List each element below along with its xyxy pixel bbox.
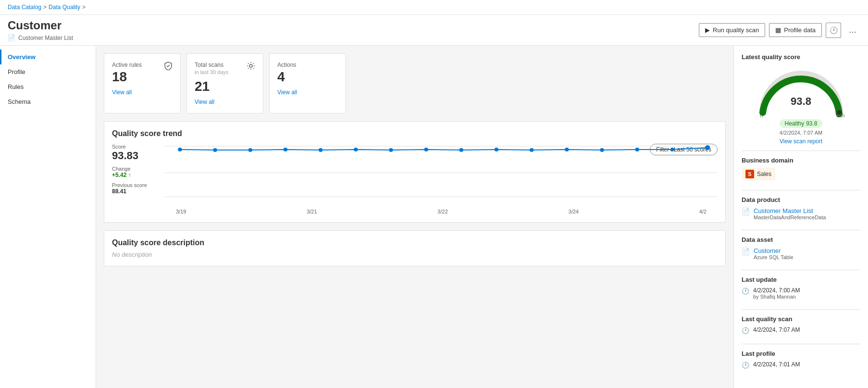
page-title: Customer <box>8 19 73 32</box>
last-scan-section: Last quality scan 🕐 4/2/2024, 7:07 AM <box>742 315 860 334</box>
data-product-title: Data product <box>742 196 860 203</box>
x-label-1: 3/19 <box>176 209 186 214</box>
shield-icon <box>164 62 173 73</box>
last-scan-time: 4/2/2024, 7:07 AM <box>753 326 800 333</box>
divider-1 <box>742 150 860 151</box>
left-nav: Overview Profile Rules Schema <box>0 46 96 388</box>
profile-data-label: Profile data <box>784 26 816 34</box>
history-button[interactable]: 🕐 <box>826 23 841 38</box>
svg-point-22 <box>705 145 710 150</box>
active-rules-link[interactable]: View all <box>112 89 132 96</box>
svg-point-8 <box>213 148 217 152</box>
right-panel: Latest quality score 0 100 93.8 Healt <box>733 46 868 388</box>
total-scans-card: Total scans in last 30 days 21 View all <box>186 53 263 113</box>
svg-point-10 <box>284 148 287 151</box>
prev-label: Previous score <box>112 182 165 188</box>
sidebar-item-rules[interactable]: Rules <box>0 79 96 94</box>
change-value: +5.42 ↑ <box>112 172 165 178</box>
svg-point-18 <box>565 148 569 151</box>
svg-text:0: 0 <box>760 113 763 117</box>
content-area: Active rules 18 View all Total scans in … <box>96 46 733 388</box>
data-asset-name[interactable]: Customer <box>754 247 794 254</box>
gauge-svg-wrapper: 0 100 93.8 <box>753 64 849 117</box>
last-profile-title: Last profile <box>742 350 860 357</box>
actions-title: Actions <box>277 62 338 68</box>
overview-label: Overview <box>8 53 36 61</box>
latest-score-title: Latest quality score <box>742 53 800 61</box>
x-label-3: 3/22 <box>437 209 447 214</box>
asset-icon: 📄 <box>742 248 750 255</box>
svg-point-13 <box>389 148 393 152</box>
gauge-svg: 0 100 <box>753 64 849 117</box>
actions-link[interactable]: View all <box>277 89 297 96</box>
gauge-badge: Healthy 93.8 <box>780 119 822 128</box>
last-scan-clock-icon: 🕐 <box>742 327 749 334</box>
total-scans-link[interactable]: View all <box>195 99 214 105</box>
trend-chart-svg: 100 50 0 <box>165 144 718 206</box>
business-domain-title: Business domain <box>742 157 860 164</box>
svg-point-0 <box>249 64 252 67</box>
profile-label: Profile <box>8 68 25 75</box>
divider-4 <box>742 270 860 270</box>
more-options-button[interactable]: … <box>845 23 860 38</box>
last-profile-time: 4/2/2024, 7:01 AM <box>753 361 800 368</box>
svg-point-11 <box>319 148 322 152</box>
last-update-by: by Shafiq Mannan <box>753 294 800 300</box>
table-icon: 📄 <box>8 34 15 41</box>
last-scan-row: 🕐 4/2/2024, 7:07 AM <box>742 326 860 334</box>
chart-svg-area: 100 50 0 <box>165 144 718 214</box>
svg-point-7 <box>178 148 182 151</box>
actions-card: Actions 4 View all <box>269 53 346 113</box>
chart-left-stats: Score 93.83 Change +5.42 ↑ Previous scor… <box>112 144 165 214</box>
last-update-info: 4/2/2024, 7:00 AM by Shafiq Mannan <box>753 287 800 300</box>
svg-point-20 <box>635 148 639 151</box>
last-update-title: Last update <box>742 276 860 283</box>
svg-text:100: 100 <box>836 113 844 117</box>
active-rules-card: Active rules 18 View all <box>104 53 181 113</box>
view-scan-report-link[interactable]: View scan report <box>780 138 822 145</box>
page-subtitle: 📄 Customer Master List <box>8 34 73 41</box>
svg-point-19 <box>600 148 604 152</box>
data-product-name[interactable]: Customer Master List <box>754 207 826 214</box>
healthy-label: Healthy <box>784 120 804 127</box>
settings-icon <box>247 62 255 73</box>
x-label-2: 3/21 <box>307 209 317 214</box>
svg-point-17 <box>530 148 533 152</box>
page-header-actions: ▶ Run quality scan ▩ Profile data 🕐 … <box>699 23 860 38</box>
actions-value: 4 <box>277 69 338 85</box>
divider-2 <box>742 190 860 190</box>
profile-data-button[interactable]: ▩ Profile data <box>769 23 822 37</box>
divider-3 <box>742 230 860 230</box>
last-update-time: 4/2/2024, 7:00 AM <box>753 287 800 294</box>
breadcrumb: Data Catalog > Data Quality > <box>0 0 868 15</box>
x-label-5: 4/2 <box>699 209 707 214</box>
gauge-score: 93.8 <box>791 95 811 108</box>
quality-score-trend-section: Quality score trend Filter : Last 50 sco… <box>104 121 726 223</box>
breadcrumb-datacatalog[interactable]: Data Catalog <box>8 4 41 11</box>
page-header: Customer 📄 Customer Master List ▶ Run qu… <box>0 15 868 46</box>
gauge-badge-wrapper: Healthy 93.8 <box>780 117 822 128</box>
total-scans-value: 21 <box>195 79 255 94</box>
schema-label: Schema <box>8 98 31 105</box>
sidebar-item-profile[interactable]: Profile <box>0 64 96 79</box>
breadcrumb-dataquality[interactable]: Data Quality <box>49 4 80 11</box>
divider-6 <box>742 344 860 344</box>
last-update-clock-icon: 🕐 <box>742 288 749 295</box>
score-value: 93.83 <box>112 150 165 162</box>
data-asset-info: Customer Azure SQL Table <box>754 247 794 260</box>
sidebar-item-schema[interactable]: Schema <box>0 94 96 109</box>
stat-cards: Active rules 18 View all Total scans in … <box>104 53 726 113</box>
quality-score-trend-title: Quality score trend <box>112 129 718 138</box>
rules-label: Rules <box>8 83 24 90</box>
gauge-date: 4/2/2024, 7:07 AM <box>780 130 822 136</box>
data-asset-section: Data asset 📄 Customer Azure SQL Table <box>742 236 860 260</box>
page-header-left: Customer 📄 Customer Master List <box>8 19 73 41</box>
quality-desc-title: Quality score description <box>112 238 718 247</box>
svg-point-15 <box>459 148 463 152</box>
last-scan-title: Last quality scan <box>742 315 860 323</box>
sidebar-item-overview[interactable]: Overview <box>0 50 96 64</box>
breadcrumb-sep1: > <box>43 4 47 11</box>
healthy-value: 93.8 <box>806 120 817 127</box>
run-quality-scan-button[interactable]: ▶ Run quality scan <box>699 23 765 37</box>
svg-point-16 <box>495 148 498 151</box>
